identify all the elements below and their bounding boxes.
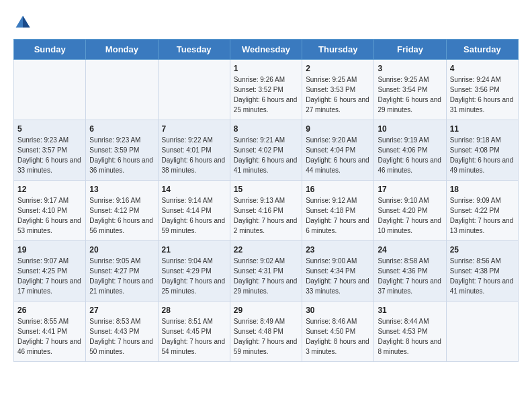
day-number: 15 xyxy=(234,185,298,194)
calendar-cell xyxy=(86,60,158,120)
day-number: 25 xyxy=(450,245,515,255)
calendar-cell: 25Sunrise: 8:56 AMSunset: 4:38 PMDayligh… xyxy=(446,241,518,302)
day-number: 31 xyxy=(378,306,442,315)
cell-content: Sunrise: 9:16 AMSunset: 4:12 PMDaylight:… xyxy=(89,195,154,236)
calendar-table: SundayMondayTuesdayWednesdayThursdayFrid… xyxy=(13,39,519,362)
day-number: 19 xyxy=(17,245,82,255)
calendar-cell: 11Sunrise: 9:18 AMSunset: 4:08 PMDayligh… xyxy=(446,120,518,181)
header-day: Saturday xyxy=(446,40,518,60)
day-number: 10 xyxy=(378,124,442,134)
cell-content: Sunrise: 8:44 AMSunset: 4:53 PMDaylight:… xyxy=(378,316,442,357)
calendar-cell: 4Sunrise: 9:24 AMSunset: 3:56 PMDaylight… xyxy=(446,60,518,120)
day-number: 16 xyxy=(306,185,370,194)
calendar-cell: 20Sunrise: 9:05 AMSunset: 4:27 PMDayligh… xyxy=(86,241,158,302)
calendar-cell: 7Sunrise: 9:22 AMSunset: 4:01 PMDaylight… xyxy=(158,120,230,181)
day-number: 8 xyxy=(234,124,298,134)
day-number: 27 xyxy=(89,306,154,315)
calendar-cell: 1Sunrise: 9:26 AMSunset: 3:52 PMDaylight… xyxy=(230,60,302,120)
calendar-cell: 21Sunrise: 9:04 AMSunset: 4:29 PMDayligh… xyxy=(158,241,230,302)
calendar-cell xyxy=(158,60,230,120)
calendar-cell: 16Sunrise: 9:12 AMSunset: 4:18 PMDayligh… xyxy=(302,181,374,241)
day-number: 23 xyxy=(306,245,370,255)
calendar-cell: 26Sunrise: 8:55 AMSunset: 4:41 PMDayligh… xyxy=(14,302,86,362)
calendar-cell: 17Sunrise: 9:10 AMSunset: 4:20 PMDayligh… xyxy=(374,181,446,241)
calendar-cell: 14Sunrise: 9:14 AMSunset: 4:14 PMDayligh… xyxy=(158,181,230,241)
day-number: 9 xyxy=(306,124,370,134)
header-day: Wednesday xyxy=(230,40,302,60)
day-number: 11 xyxy=(450,124,515,134)
calendar-cell: 28Sunrise: 8:51 AMSunset: 4:45 PMDayligh… xyxy=(158,302,230,362)
logo xyxy=(13,13,35,32)
calendar-cell: 3Sunrise: 9:25 AMSunset: 3:54 PMDaylight… xyxy=(374,60,446,120)
cell-content: Sunrise: 8:51 AMSunset: 4:45 PMDaylight:… xyxy=(162,316,226,357)
cell-content: Sunrise: 9:13 AMSunset: 4:16 PMDaylight:… xyxy=(234,195,298,236)
calendar-cell: 6Sunrise: 9:23 AMSunset: 3:59 PMDaylight… xyxy=(86,120,158,181)
calendar-cell: 22Sunrise: 9:02 AMSunset: 4:31 PMDayligh… xyxy=(230,241,302,302)
svg-marker-1 xyxy=(23,16,30,28)
cell-content: Sunrise: 9:05 AMSunset: 4:27 PMDaylight:… xyxy=(89,256,154,296)
page: SundayMondayTuesdayWednesdayThursdayFrid… xyxy=(0,0,532,369)
cell-content: Sunrise: 9:04 AMSunset: 4:29 PMDaylight:… xyxy=(162,256,226,296)
calendar-week-row: 12Sunrise: 9:17 AMSunset: 4:10 PMDayligh… xyxy=(14,181,519,241)
day-number: 20 xyxy=(89,245,154,255)
cell-content: Sunrise: 9:22 AMSunset: 4:01 PMDaylight:… xyxy=(162,135,226,175)
cell-content: Sunrise: 9:12 AMSunset: 4:18 PMDaylight:… xyxy=(306,195,370,236)
cell-content: Sunrise: 9:10 AMSunset: 4:20 PMDaylight:… xyxy=(378,195,442,236)
calendar-cell: 29Sunrise: 8:49 AMSunset: 4:48 PMDayligh… xyxy=(230,302,302,362)
day-number: 1 xyxy=(234,64,298,73)
cell-content: Sunrise: 9:25 AMSunset: 3:54 PMDaylight:… xyxy=(378,75,442,115)
calendar-week-row: 1Sunrise: 9:26 AMSunset: 3:52 PMDaylight… xyxy=(14,60,519,120)
cell-content: Sunrise: 8:58 AMSunset: 4:36 PMDaylight:… xyxy=(378,256,442,296)
day-number: 4 xyxy=(450,64,515,73)
cell-content: Sunrise: 9:02 AMSunset: 4:31 PMDaylight:… xyxy=(234,256,298,296)
calendar-cell: 27Sunrise: 8:53 AMSunset: 4:43 PMDayligh… xyxy=(86,302,158,362)
day-number: 22 xyxy=(234,245,298,255)
calendar-cell: 10Sunrise: 9:19 AMSunset: 4:06 PMDayligh… xyxy=(374,120,446,181)
day-number: 3 xyxy=(378,64,442,73)
cell-content: Sunrise: 9:18 AMSunset: 4:08 PMDaylight:… xyxy=(450,135,515,175)
cell-content: Sunrise: 9:25 AMSunset: 3:53 PMDaylight:… xyxy=(306,75,370,115)
logo-icon xyxy=(13,13,32,32)
day-number: 24 xyxy=(378,245,442,255)
cell-content: Sunrise: 9:00 AMSunset: 4:34 PMDaylight:… xyxy=(306,256,370,296)
cell-content: Sunrise: 9:23 AMSunset: 3:57 PMDaylight:… xyxy=(17,135,82,175)
cell-content: Sunrise: 8:55 AMSunset: 4:41 PMDaylight:… xyxy=(17,316,82,357)
header xyxy=(13,13,519,32)
calendar-cell: 30Sunrise: 8:46 AMSunset: 4:50 PMDayligh… xyxy=(302,302,374,362)
day-number: 2 xyxy=(306,64,370,73)
cell-content: Sunrise: 9:19 AMSunset: 4:06 PMDaylight:… xyxy=(378,135,442,175)
calendar-week-row: 19Sunrise: 9:07 AMSunset: 4:25 PMDayligh… xyxy=(14,241,519,302)
calendar-cell: 5Sunrise: 9:23 AMSunset: 3:57 PMDaylight… xyxy=(14,120,86,181)
header-row: SundayMondayTuesdayWednesdayThursdayFrid… xyxy=(14,40,519,60)
cell-content: Sunrise: 9:23 AMSunset: 3:59 PMDaylight:… xyxy=(89,135,154,175)
day-number: 6 xyxy=(89,124,154,134)
calendar-cell xyxy=(446,302,518,362)
calendar-cell: 13Sunrise: 9:16 AMSunset: 4:12 PMDayligh… xyxy=(86,181,158,241)
day-number: 5 xyxy=(17,124,82,134)
day-number: 28 xyxy=(162,306,226,315)
header-day: Friday xyxy=(374,40,446,60)
calendar-cell xyxy=(14,60,86,120)
cell-content: Sunrise: 9:26 AMSunset: 3:52 PMDaylight:… xyxy=(234,75,298,115)
cell-content: Sunrise: 9:21 AMSunset: 4:02 PMDaylight:… xyxy=(234,135,298,175)
calendar-cell: 9Sunrise: 9:20 AMSunset: 4:04 PMDaylight… xyxy=(302,120,374,181)
calendar-cell: 12Sunrise: 9:17 AMSunset: 4:10 PMDayligh… xyxy=(14,181,86,241)
cell-content: Sunrise: 9:14 AMSunset: 4:14 PMDaylight:… xyxy=(162,195,226,236)
cell-content: Sunrise: 9:09 AMSunset: 4:22 PMDaylight:… xyxy=(450,195,515,236)
cell-content: Sunrise: 8:46 AMSunset: 4:50 PMDaylight:… xyxy=(306,316,370,357)
day-number: 13 xyxy=(89,185,154,194)
day-number: 29 xyxy=(234,306,298,315)
day-number: 14 xyxy=(162,185,226,194)
cell-content: Sunrise: 9:07 AMSunset: 4:25 PMDaylight:… xyxy=(17,256,82,296)
header-day: Tuesday xyxy=(158,40,230,60)
header-day: Monday xyxy=(86,40,158,60)
day-number: 26 xyxy=(17,306,82,315)
cell-content: Sunrise: 9:24 AMSunset: 3:56 PMDaylight:… xyxy=(450,75,515,115)
calendar-cell: 24Sunrise: 8:58 AMSunset: 4:36 PMDayligh… xyxy=(374,241,446,302)
day-number: 18 xyxy=(450,185,515,194)
cell-content: Sunrise: 8:56 AMSunset: 4:38 PMDaylight:… xyxy=(450,256,515,296)
day-number: 12 xyxy=(17,185,82,194)
calendar-cell: 15Sunrise: 9:13 AMSunset: 4:16 PMDayligh… xyxy=(230,181,302,241)
calendar-cell: 31Sunrise: 8:44 AMSunset: 4:53 PMDayligh… xyxy=(374,302,446,362)
calendar-cell: 2Sunrise: 9:25 AMSunset: 3:53 PMDaylight… xyxy=(302,60,374,120)
